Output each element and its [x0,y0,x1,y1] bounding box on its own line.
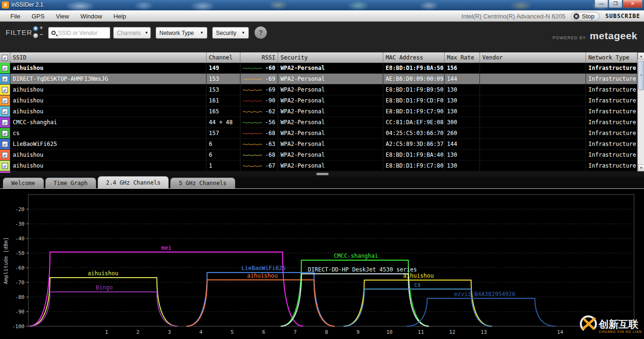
network-type-dropdown[interactable]: Network Type▼ [156,27,207,39]
row-checkbox[interactable]: ✔ [2,109,8,115]
adapter-name: Intel(R) Centrino(R) Advanced-N 6205 [462,13,565,20]
vertical-scrollbar[interactable]: ▲ ▼ [637,52,644,171]
column-header-network-type[interactable]: Network Type [586,52,637,63]
y-tick-label: -100 [12,323,25,330]
scroll-up-arrow-icon[interactable]: ▲ [638,52,644,59]
chevron-down-icon: ▼ [145,31,149,35]
cell-max-rate: 130 [445,150,480,160]
row-checkbox[interactable]: ✔ [2,130,8,136]
cell-mac: E8:BD:D1:F9:BA:50 [383,63,445,73]
tab-2-4-ghz-channels[interactable]: 2.4 GHz Channels [98,176,169,188]
table-row[interactable]: ✔aihuishou149-60WPA2-PersonalE8:BD:D1:F9… [0,63,644,74]
network-curve [186,280,335,326]
row-checkbox[interactable]: ✔ [2,87,8,93]
column-header-rssi[interactable]: RSSI [240,52,278,63]
help-button[interactable]: ? [255,26,267,39]
header-checkbox[interactable]: ✔ [2,55,8,61]
menu-item-file[interactable]: File [5,13,26,20]
table-row[interactable]: ✔aihuishou165-62WPA2-PersonalE8:BD:D1:F9… [0,106,644,117]
cell-rssi: -63 [240,139,278,149]
radio-collapse-icon[interactable] [33,33,38,38]
column-header-security[interactable]: Security [278,52,383,63]
y-tick-label: -20 [15,206,25,212]
cell-max-rate: 260 [445,128,480,138]
network-curve [186,272,335,326]
row-checkbox[interactable]: ✔ [2,76,8,82]
cell-ssid: aihuishou [10,150,206,160]
cell-rssi: -67 [240,161,278,171]
column-header-max-rate[interactable]: Max Rate [445,52,480,63]
row-color-cell: ✔ [0,128,10,138]
group-expand-collapse[interactable]: + − [33,25,44,41]
close-button[interactable]: ✕ [623,0,643,8]
network-curve [29,252,303,326]
minus-icon: − [40,31,43,38]
window-title: inSSIDer 2.1 [11,1,43,8]
column-header-channel[interactable]: Channel [206,52,240,63]
tab-time-graph[interactable]: Time Graph [45,178,96,188]
cell-vendor [480,74,586,84]
cell-max-rate: 156 [445,63,480,73]
splitter-handle[interactable] [316,173,329,175]
search-box[interactable] [48,27,110,39]
rssi-sparkline [243,98,262,103]
menu-item-help[interactable]: Help [108,13,132,20]
series-label: ezviz_B4A382954926 [454,291,515,297]
cell-network-type: Infrastructure [586,117,637,127]
cell-rssi: -62 [240,106,278,117]
table-row[interactable]: ✔aihuishou6-68WPA2-PersonalE8:BD:D1:F9:B… [0,150,644,161]
table-row[interactable]: ✔DIRECT-YqDESKTOP-AHMFI3NmsJG153-69WPA2-… [0,74,644,85]
rssi-value: -68 [264,130,275,136]
cell-network-type: Infrastructure [586,63,637,73]
row-checkbox[interactable]: ✔ [2,65,8,71]
row-checkbox[interactable]: ✔ [2,152,8,158]
maximize-button[interactable]: ❐ [609,0,622,8]
x-tick-label: 13 [480,329,487,335]
cell-max-rate: 144 [445,139,480,149]
network-curve [29,292,178,326]
menu-item-view[interactable]: View [50,13,74,20]
stop-button[interactable]: Stop [571,12,600,21]
rssi-sparkline [243,119,262,125]
cell-rssi: -60 [240,63,278,73]
table-row[interactable]: ✔aihuishou161-90WPA2-PersonalE8:BD:D1:F9… [0,95,644,106]
x-tick-label: 1 [105,329,108,335]
series-label: Bingo [96,284,113,291]
row-checkbox[interactable]: ✔ [2,98,8,104]
scrollbar-thumb[interactable] [638,61,644,90]
cell-vendor [480,150,586,160]
menu-item-gps[interactable]: GPS [26,13,50,20]
column-header-mac-address[interactable]: MAC Address [383,52,445,63]
minimize-button[interactable]: — [594,0,608,8]
radio-expand-icon[interactable] [33,26,38,31]
row-checkbox[interactable]: ✔ [2,141,8,147]
security-dropdown[interactable]: Security▼ [212,27,249,39]
cell-vendor [480,117,586,127]
column-header-vendor[interactable]: Vendor [480,52,586,63]
cell-channel: 149 [206,63,240,73]
rssi-value: -62 [264,108,275,115]
row-checkbox[interactable]: ✔ [2,119,8,126]
table-row[interactable]: ✔LieBaoWiFi6256-63WPA2-PersonalA2:C5:89:… [0,139,644,150]
table-row[interactable]: ✔cs157-68WPA2-Personal04:25:C5:03:66:702… [0,128,644,139]
x-tick-label: 14 [557,329,563,335]
cell-security: WPA2-Personal [278,161,383,171]
table-row[interactable]: ✔aihuishou1-67WPA2-PersonalE8:BD:D1:F9:C… [0,161,644,171]
cell-ssid: cs [10,128,206,138]
column-header-ssid[interactable]: SSID [10,52,206,63]
tab-welcome[interactable]: Welcome [3,178,44,188]
channels-dropdown[interactable]: Channels▼ [113,27,151,39]
tab-5-ghz-channels[interactable]: 5 GHz Channels [170,178,235,188]
row-color-cell: ✔ [0,74,10,84]
cell-mac: E8:BD:D1:F9:CD:F0 [383,95,445,106]
channels-dropdown-label: Channels [117,30,141,36]
search-input[interactable] [58,30,107,36]
menu-item-window[interactable]: Window [74,13,107,20]
table-row[interactable]: ✔CMCC-shanghai44 + 48-56WPA2-PersonalCC:… [0,117,644,128]
subscribe-link[interactable]: SUBSCRIBE [605,13,640,19]
scroll-down-arrow-icon[interactable]: ▼ [638,164,644,171]
table-row[interactable]: ✔aihuishou153-69WPA2-PersonalE8:BD:D1:F9… [0,85,644,95]
cell-security: WPA2-Personal [278,128,383,138]
cell-ssid: aihuishou [10,63,206,73]
row-checkbox[interactable]: ✔ [2,163,8,169]
